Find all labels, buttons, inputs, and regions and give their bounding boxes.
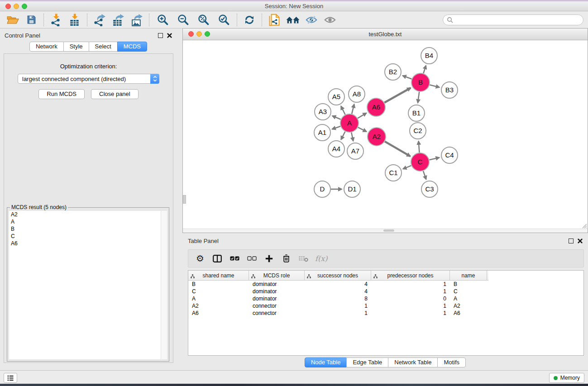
graph-edge-A-A2[interactable] <box>358 127 367 131</box>
show-all-button[interactable] <box>322 13 338 27</box>
mcds-result-item[interactable]: A2 <box>9 211 167 218</box>
export-image-button[interactable] <box>129 13 145 27</box>
graph-edge-C-C2[interactable] <box>419 141 420 152</box>
column-header-shared-name[interactable]: shared name <box>188 271 249 280</box>
table-row[interactable]: A2connector11A2 <box>188 302 583 310</box>
tab-style[interactable]: Style <box>63 42 89 52</box>
delete-column-button[interactable] <box>281 253 292 264</box>
table-settings-button[interactable]: ⚙ <box>195 253 206 264</box>
tab-edge-table[interactable]: Edge Table <box>346 357 388 367</box>
select-all-button[interactable] <box>229 253 240 264</box>
run-mcds-button[interactable]: Run MCDS <box>38 89 85 99</box>
tab-motifs[interactable]: Motifs <box>437 357 466 367</box>
graph-edge-C-C1[interactable] <box>403 166 411 169</box>
table-row[interactable]: Cdominator41C <box>188 288 583 295</box>
table-toolbar: ⚙ f(x) <box>188 249 584 267</box>
graph-edge-C-C4[interactable] <box>429 157 439 160</box>
zoom-in-button[interactable] <box>153 13 172 27</box>
optimization-criterion-select[interactable]: largest connected component (directed) <box>18 74 159 84</box>
memory-button[interactable]: Memory <box>549 373 584 383</box>
tab-select[interactable]: Select <box>89 42 118 52</box>
graph-edge-A2-C[interactable] <box>385 142 410 157</box>
mcds-result-item[interactable]: A <box>9 218 167 225</box>
import-network-button[interactable] <box>48 13 64 27</box>
tab-node-table[interactable]: Node Table <box>305 357 347 367</box>
network-canvas[interactable]: B4B2BB3A5A8A6A3B1AA1C2A2A4A7C4CC1C3DD1 <box>183 40 588 229</box>
export-network-button[interactable] <box>91 13 108 27</box>
import-table-button[interactable] <box>67 13 83 27</box>
graph-node-label: C1 <box>389 169 397 176</box>
column-header-name[interactable]: name <box>450 271 487 280</box>
table-row[interactable]: A6connector11A6 <box>188 310 583 317</box>
network-window: testGlobe.txt B4B2BB3A5A8A6A3B1AA1C2A2A4… <box>182 28 588 233</box>
column-header-predecessor-nodes[interactable]: predecessor nodes <box>371 271 450 280</box>
toolbar-search-field[interactable] <box>443 14 583 25</box>
graph-node-label: A <box>347 119 352 127</box>
graph-edge-A-A4[interactable] <box>341 132 345 140</box>
graph-edge-B-B2[interactable] <box>403 76 412 79</box>
open-file-button[interactable] <box>5 13 21 27</box>
graph-edge-A-A3[interactable] <box>332 116 340 119</box>
network-vertical-scrollbar[interactable] <box>183 195 186 204</box>
graph-edge-A-A7[interactable] <box>351 133 353 141</box>
import-table-icon <box>68 14 81 26</box>
export-table-button[interactable] <box>110 13 126 27</box>
graph-node-label: D <box>320 185 325 193</box>
desktop-strip-bottom <box>0 384 588 386</box>
float-panel-icon[interactable] <box>569 238 574 243</box>
control-panel-tabs: NetworkStyleSelectMCDS <box>0 42 177 52</box>
zoom-fit-button[interactable] <box>194 13 212 27</box>
float-panel-icon[interactable] <box>158 33 163 38</box>
close-panel-icon[interactable] <box>578 238 583 243</box>
table-row[interactable]: Bdominator41B <box>188 281 583 288</box>
table-cell: dominator <box>249 295 305 302</box>
network-hscroll-thumb[interactable] <box>383 229 394 232</box>
save-session-button[interactable] <box>23 13 39 27</box>
table-body: Bdominator41BCdominator41CAdominator80AA… <box>188 281 583 317</box>
zoom-out-button[interactable] <box>174 13 192 27</box>
trash-icon <box>283 254 290 262</box>
zoom-selected-button[interactable] <box>215 13 233 27</box>
mcds-result-item[interactable]: C <box>9 233 167 240</box>
new-network-from-selection-button[interactable] <box>266 13 282 27</box>
hide-selected-button[interactable] <box>303 13 320 27</box>
graph-edge-A-A5[interactable] <box>341 106 345 115</box>
app-titlebar: Session: New Session <box>0 1 588 11</box>
split-panel-button[interactable] <box>212 253 223 264</box>
table-cell: dominator <box>249 281 305 288</box>
first-neighbors-button[interactable] <box>285 13 301 27</box>
control-panel: Control Panel NetworkStyleSelectMCDS Opt… <box>0 29 177 367</box>
tab-mcds[interactable]: MCDS <box>117 42 147 52</box>
table-row[interactable]: Adominator80A <box>188 295 583 302</box>
zoom-out-icon <box>177 14 189 25</box>
close-panel-icon[interactable] <box>167 33 172 38</box>
resize-grip[interactable] <box>581 223 587 229</box>
mcds-result-item[interactable]: A6 <box>9 240 167 247</box>
tab-network-table[interactable]: Network Table <box>388 357 438 367</box>
search-input[interactable] <box>453 16 579 24</box>
add-column-button[interactable] <box>263 253 274 264</box>
graph-edge-A6-B[interactable] <box>384 88 411 102</box>
refresh-button[interactable] <box>241 13 258 27</box>
network-horizontal-scrollbar[interactable] <box>183 229 588 233</box>
result-list-scrollbar[interactable] <box>161 211 167 359</box>
graph-edge-B-B1[interactable] <box>418 92 419 103</box>
network-window-title: testGlobe.txt <box>183 31 588 38</box>
column-header-successor-nodes[interactable]: successor nodes <box>305 271 371 280</box>
graph-edge-A-A6[interactable] <box>358 113 366 119</box>
task-history-button[interactable] <box>4 373 17 383</box>
close-panel-button[interactable]: Close panel <box>91 89 139 99</box>
graph-edge-A-A8[interactable] <box>352 104 354 114</box>
graph-edge-B-B3[interactable] <box>430 85 439 87</box>
graph-edge-A-A1[interactable] <box>332 126 340 129</box>
graph-edge-C-C3[interactable] <box>423 171 426 179</box>
deselect-all-button[interactable] <box>246 253 257 264</box>
select-spinner <box>150 74 159 84</box>
column-header-label: MCDS role <box>263 272 290 279</box>
tab-network[interactable]: Network <box>29 42 64 52</box>
table-panel-tabs: Node TableEdge TableNetwork TableMotifs <box>182 357 588 367</box>
column-header-MCDS-role[interactable]: MCDS role <box>249 271 305 280</box>
graph-edge-B-B4[interactable] <box>423 66 426 73</box>
table-cell: A2 <box>450 302 487 310</box>
mcds-result-item[interactable]: B <box>9 225 167 233</box>
